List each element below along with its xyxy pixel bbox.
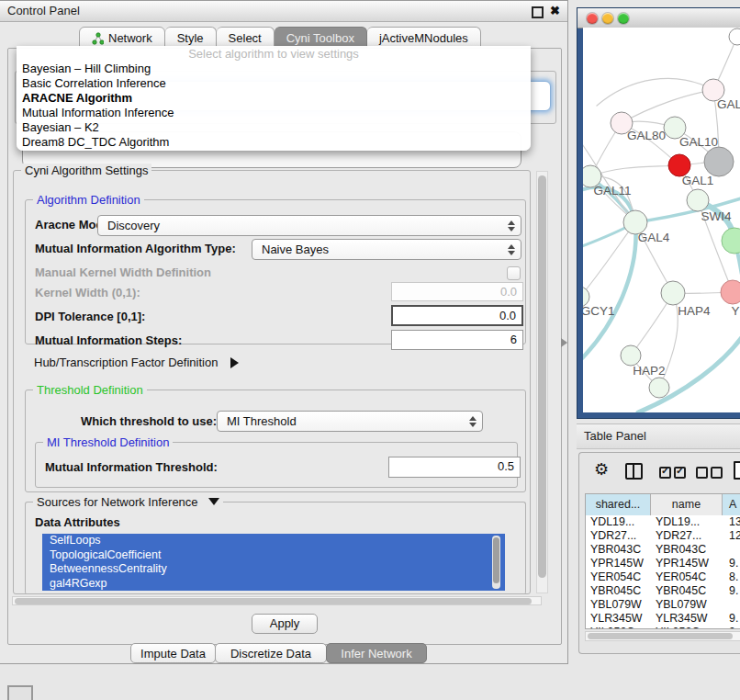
table-cell[interactable]: YIL052C <box>651 626 723 629</box>
pane-splitter-arrow-icon[interactable] <box>561 338 567 347</box>
table-row[interactable]: YDR27...YDR27...12 <box>586 529 740 543</box>
network-node[interactable] <box>661 281 685 305</box>
table-cell[interactable]: YER054C <box>586 570 651 584</box>
control-panel-titlebar: Control Panel ✖ <box>0 1 567 22</box>
table-cell[interactable]: 9. <box>723 626 740 629</box>
deselect-all-checkbox-icon[interactable] <box>696 467 708 479</box>
table-cell[interactable]: YPR145W <box>586 557 651 570</box>
algorithm-option[interactable]: Basic Correlation Inference <box>17 76 531 91</box>
table-cell[interactable]: YER054C <box>651 570 723 584</box>
mi-type-label: Mutual Information Algorithm Type: <box>35 242 236 255</box>
tab-discretize-data[interactable]: Discretize Data <box>215 643 327 663</box>
table-cell[interactable]: 9. <box>723 557 740 570</box>
column-header-name[interactable]: name <box>651 494 723 515</box>
table-cell[interactable]: YLR345W <box>651 612 723 626</box>
attribute-list-item[interactable]: gal4RGexp <box>42 577 505 592</box>
table-row[interactable]: YIL052CYIL052C9. <box>586 626 740 629</box>
table-row[interactable]: YBL079WYBL079W <box>586 598 740 612</box>
collapse-arrow-icon[interactable] <box>208 498 219 505</box>
algorithm-option[interactable]: Bayesian – K2 <box>17 120 531 135</box>
table-cell[interactable]: YBR045C <box>586 584 651 598</box>
table-row[interactable]: YLR345WYLR345W9. <box>586 612 740 626</box>
table-row[interactable]: YDL19...YDL19...13 <box>586 515 740 529</box>
table-cell[interactable]: YIL052C <box>586 626 651 629</box>
settings-horizontal-scrollbar[interactable] <box>12 596 542 605</box>
attribute-list-item[interactable]: BetweennessCentrality <box>42 562 505 577</box>
table-row[interactable]: YBR045CYBR045C9. <box>586 584 740 598</box>
table-cell[interactable] <box>723 543 740 557</box>
kernel-width-input[interactable]: 0.0 <box>391 282 523 301</box>
table-panel-title: Table Panel <box>584 429 646 443</box>
apply-button[interactable]: Apply <box>252 614 318 634</box>
table-row[interactable]: YBR043CYBR043C <box>586 543 740 557</box>
table-cell[interactable]: YDL19... <box>586 515 651 529</box>
settings-vertical-scrollbar[interactable] <box>536 171 548 593</box>
close-icon[interactable]: ✖ <box>550 4 560 17</box>
table-body: YDL19...YDL19...13YDR27...YDR27...12YBR0… <box>586 515 740 629</box>
gear-icon[interactable]: ⚙ <box>594 461 609 478</box>
dpi-tolerance-label: DPI Tolerance [0,1]: <box>35 310 145 323</box>
algorithm-option[interactable]: Bayesian – Hill Climbing <box>17 62 531 76</box>
mi-algorithm-type-combobox[interactable]: Naive Bayes <box>252 239 521 260</box>
attributes-scrollbar[interactable] <box>492 536 500 589</box>
table-cell[interactable]: YBR043C <box>586 543 651 557</box>
close-traffic-light-icon[interactable] <box>587 13 598 24</box>
table-cell[interactable]: YPR145W <box>651 557 723 570</box>
network-canvas[interactable]: GALGAL80GAL10GAL1GAL11SWI4GAL4GCY1HAP4YH… <box>583 28 740 412</box>
algorithm-option[interactable]: Mutual Information Inference <box>17 106 531 120</box>
table-cell[interactable]: 13 <box>723 515 740 529</box>
which-threshold-combobox[interactable]: MI Threshold <box>217 411 483 432</box>
document-icon[interactable] <box>734 461 740 480</box>
table-row[interactable]: YER054CYER054C8. <box>586 570 740 584</box>
cyni-algorithm-settings-group: Cyni Algorithm Settings Algorithm Defini… <box>13 170 531 594</box>
network-node-label: SWI4 <box>701 209 731 223</box>
network-node[interactable] <box>721 280 740 304</box>
table-row[interactable]: YPR145WYPR145W9. <box>586 557 740 570</box>
select-all-checkbox-icon[interactable] <box>674 467 686 479</box>
float-window-icon[interactable] <box>532 6 544 18</box>
network-node[interactable] <box>649 378 669 398</box>
expand-arrow-icon[interactable] <box>230 357 239 368</box>
table-cell[interactable]: YBR045C <box>651 584 723 598</box>
table-cell[interactable]: YDL19... <box>651 515 723 529</box>
algorithm-option[interactable]: ARACNE Algorithm <box>17 91 531 106</box>
attribute-list-item[interactable]: TopologicalCoefficient <box>42 548 505 563</box>
sources-title[interactable]: Sources for Network Inference <box>33 495 223 509</box>
zoom-traffic-light-icon[interactable] <box>618 13 629 24</box>
table-cell[interactable]: YBL079W <box>651 598 723 612</box>
table-cell[interactable] <box>723 598 740 612</box>
desktop-widget-icon[interactable] <box>7 685 33 700</box>
table-horizontal-scrollbar[interactable] <box>585 631 740 641</box>
deselect-all-checkbox-icon[interactable] <box>711 467 723 479</box>
dpi-tolerance-input[interactable]: 0.0 <box>391 305 523 326</box>
table-cell[interactable]: YBR043C <box>651 543 723 557</box>
mi-threshold-input[interactable]: 0.5 <box>388 457 521 478</box>
algorithm-option[interactable]: Dream8 DC_TDC Algorithm <box>17 135 531 150</box>
network-node[interactable] <box>722 228 740 254</box>
mi-steps-input[interactable]: 6 <box>391 330 523 350</box>
table-cell[interactable]: YLR345W <box>586 612 651 626</box>
network-node[interactable] <box>621 345 641 366</box>
column-header-partial[interactable]: A <box>723 494 740 515</box>
network-node[interactable] <box>687 189 709 211</box>
table-cell[interactable]: YBL079W <box>586 598 651 612</box>
table-cell[interactable]: 8. <box>723 570 740 584</box>
manual-kernel-checkbox[interactable] <box>507 266 521 280</box>
table-cell[interactable]: 12 <box>723 529 740 543</box>
minimize-traffic-light-icon[interactable] <box>602 13 613 24</box>
select-all-checkbox-icon[interactable] <box>659 467 671 479</box>
table-cell[interactable]: YDR27... <box>586 529 651 543</box>
attribute-list-item[interactable]: SelfLoops <box>42 534 505 548</box>
table-cell[interactable]: 9. <box>723 612 740 626</box>
column-header-shared-name[interactable]: shared... <box>586 494 651 515</box>
table-cell[interactable]: 9. <box>723 584 740 598</box>
network-node[interactable] <box>704 147 734 176</box>
tab-infer-network[interactable]: Infer Network <box>326 643 427 663</box>
table-cell[interactable]: YDR27... <box>651 529 723 543</box>
tab-impute-data[interactable]: Impute Data <box>130 643 216 663</box>
hub-tf-section[interactable]: Hub/Transcription Factor Definition <box>34 356 239 369</box>
network-node-label: GAL <box>717 97 740 111</box>
network-node[interactable] <box>729 28 740 45</box>
columns-icon[interactable] <box>625 463 643 480</box>
aracne-mode-combobox[interactable]: Discovery <box>97 215 521 236</box>
